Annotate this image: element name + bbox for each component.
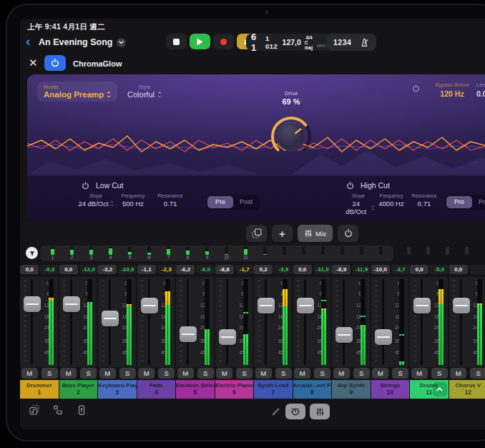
peak-value[interactable]: -11,9	[352, 265, 371, 274]
peak-value[interactable]	[469, 265, 485, 274]
fader-handle[interactable]	[141, 298, 158, 313]
chevron-up-button[interactable]	[433, 382, 447, 396]
volume-value[interactable]: 0,0	[59, 265, 78, 274]
fader-track[interactable]	[219, 279, 236, 365]
filter-button[interactable]	[26, 247, 38, 259]
volume-value[interactable]: -3,2	[98, 265, 117, 274]
mute-button[interactable]: M	[450, 368, 466, 379]
high-cut-frequency[interactable]: Frequency 4000 Hz	[375, 193, 408, 208]
fader-handle[interactable]	[102, 311, 119, 326]
mute-button[interactable]: M	[216, 368, 232, 379]
fader-track[interactable]	[102, 279, 119, 365]
track-name-cell[interactable]: Drums 11	[410, 380, 449, 399]
style-control[interactable]: Style Colorful	[117, 84, 172, 99]
back-button[interactable]: ‹	[26, 34, 30, 49]
solo-button[interactable]: S	[119, 368, 136, 379]
bypass-control[interactable]: Bypass Below 120 Hz	[425, 82, 479, 98]
mute-button[interactable]: M	[294, 368, 310, 379]
level-control[interactable]: Level 0.0	[476, 82, 485, 98]
volume-value[interactable]: -10,0	[371, 265, 390, 274]
mix-button[interactable]: Mix	[298, 225, 333, 242]
low-cut-frequency[interactable]: Frequency 500 Hz	[114, 193, 152, 208]
mute-button[interactable]: M	[99, 368, 116, 379]
bypass-power-button[interactable]	[412, 84, 420, 92]
track-name-cell[interactable]: Keyboard Player 3	[98, 380, 137, 399]
fader-track[interactable]	[297, 279, 314, 365]
solo-button[interactable]: S	[431, 368, 448, 379]
pre-button[interactable]: Pre	[446, 196, 472, 208]
peak-value[interactable]: -3,7	[391, 265, 410, 274]
fader-track[interactable]	[335, 279, 353, 365]
overview-strip[interactable]: 1 2 3 4 5 6 7 8 9 10 11	[40, 245, 393, 261]
track-name-cell[interactable]: Pads 4	[137, 380, 177, 399]
fader-handle[interactable]	[335, 327, 353, 343]
low-cut-power-button[interactable]	[82, 182, 89, 190]
song-title-menu[interactable]: An Evening Song	[39, 37, 126, 47]
volume-value[interactable]: -8,8	[215, 265, 234, 274]
fader-track[interactable]	[258, 279, 275, 365]
peak-value[interactable]: -11,0	[313, 265, 332, 274]
solo-button[interactable]: S	[392, 368, 408, 379]
volume-value[interactable]: 0,0	[293, 265, 312, 274]
high-cut-power-button[interactable]	[346, 182, 354, 190]
song-title-menu-button[interactable]	[117, 38, 126, 47]
mute-button[interactable]: M	[60, 368, 77, 379]
count-in-button[interactable]: 1234	[333, 38, 351, 47]
mute-button[interactable]: M	[138, 368, 155, 379]
solo-button[interactable]: S	[236, 368, 253, 379]
record-button[interactable]	[213, 34, 234, 49]
fader-handle[interactable]	[180, 326, 197, 342]
solo-button[interactable]: S	[80, 368, 97, 379]
peak-value[interactable]: -5,0	[430, 265, 449, 274]
fader-track[interactable]	[180, 279, 197, 365]
solo-button[interactable]: S	[41, 368, 58, 379]
low-cut-resonance[interactable]: Resonance 0.71	[152, 193, 189, 208]
pencil-icon[interactable]	[270, 406, 281, 417]
model-control[interactable]: Model Analog Preamp	[37, 82, 117, 102]
track-name-cell[interactable]: Emotion Strings 5	[176, 380, 215, 399]
fader-track[interactable]	[453, 279, 470, 365]
mute-button[interactable]: M	[255, 368, 272, 379]
high-cut-resonance[interactable]: Resonance 0.71	[408, 193, 441, 208]
track-name-cell[interactable]: Bass Player 2	[59, 380, 99, 399]
post-button[interactable]: Post	[233, 196, 259, 208]
track-name-cell[interactable]: Arp Synth 9	[332, 380, 371, 399]
pre-button[interactable]: Pre	[207, 196, 233, 208]
browser-icon[interactable]	[52, 404, 64, 416]
volume-value[interactable]: -6,2	[176, 265, 195, 274]
track-name-cell[interactable]: Chorus V 12	[449, 380, 485, 399]
track-name-cell[interactable]: Synth Lead 7	[254, 380, 293, 399]
solo-button[interactable]: S	[197, 368, 214, 379]
volume-value[interactable]: -8,9	[332, 265, 351, 274]
fader-track[interactable]	[413, 279, 431, 365]
solo-button[interactable]: S	[314, 368, 330, 379]
solo-button[interactable]: S	[470, 368, 485, 379]
fader-track[interactable]	[24, 279, 41, 365]
add-button[interactable]: +	[272, 225, 293, 242]
fader-handle[interactable]	[297, 298, 314, 313]
tuner-knob-button[interactable]	[285, 404, 305, 419]
close-button[interactable]: ✕	[29, 57, 38, 69]
fader-track[interactable]	[141, 279, 158, 365]
fader-handle[interactable]	[375, 329, 392, 345]
lcd-display[interactable]: 6 1 1 012 127,0 4/4 C maj MIDI	[246, 34, 330, 51]
mute-button[interactable]: M	[411, 368, 428, 379]
peak-value[interactable]: -9,3	[40, 265, 59, 274]
peak-value[interactable]: -6,0	[196, 265, 215, 274]
play-button[interactable]	[190, 34, 210, 49]
peak-value[interactable]: -3,9	[274, 265, 293, 274]
low-cut-slope[interactable]: Slope 24 dB/Oct	[77, 193, 114, 208]
duplicate-button[interactable]	[246, 225, 267, 242]
fader-handle[interactable]	[258, 298, 275, 313]
mixer-view-button[interactable]	[310, 404, 330, 419]
fader-handle[interactable]	[24, 296, 41, 312]
mute-button[interactable]: M	[177, 368, 194, 379]
metronome-icon[interactable]	[360, 38, 369, 47]
drive-knob[interactable]	[266, 112, 316, 162]
peak-value[interactable]: -1,7	[235, 265, 254, 274]
fader-track[interactable]	[63, 279, 80, 365]
fader-handle[interactable]	[413, 298, 431, 313]
mute-button[interactable]: M	[21, 368, 38, 379]
mixer-power-button[interactable]	[338, 225, 358, 242]
fader-handle[interactable]	[453, 298, 470, 313]
